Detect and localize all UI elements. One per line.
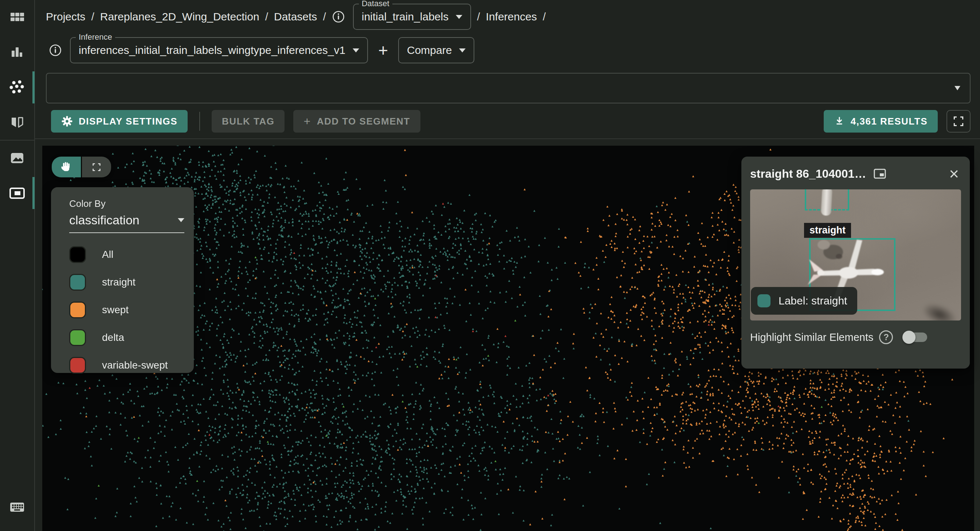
box-select-icon — [92, 162, 101, 172]
dataset-info-icon[interactable] — [332, 10, 345, 23]
query-filter-bar[interactable] — [46, 73, 970, 103]
display-settings-button[interactable]: DISPLAY SETTINGS — [51, 110, 188, 133]
label-chip: Label: straight — [751, 287, 857, 315]
breadcrumb-separator: / — [91, 11, 94, 23]
breadcrumb-projects[interactable]: Projects — [46, 11, 85, 23]
scatter-dots-icon — [9, 79, 25, 96]
breadcrumb-datasets[interactable]: Datasets — [274, 11, 317, 23]
legend-item[interactable]: delta — [69, 329, 181, 346]
color-by-label: Color By — [69, 198, 181, 210]
keyboard-icon — [9, 499, 25, 515]
legend-label: delta — [102, 332, 124, 343]
label-color-swatch — [757, 294, 770, 307]
image-icon — [9, 150, 25, 167]
detail-title: straight 86_104001… — [750, 167, 866, 181]
sidebar-item-embeddings[interactable] — [0, 70, 35, 105]
color-by-value: classification — [69, 213, 140, 227]
dataset-select-label: Dataset — [359, 0, 392, 8]
legend-swatch — [69, 329, 86, 346]
results-count-label: 4,361 RESULTS — [851, 116, 928, 127]
colorby-legend: Allstraightsweptdeltavariable-swept — [69, 246, 181, 374]
inference-row: Inference inferences_initial_train_label… — [35, 33, 980, 67]
display-settings-label: DISPLAY SETTINGS — [79, 116, 177, 127]
open-viewer-button[interactable] — [873, 168, 886, 180]
inference-select[interactable]: Inference inferences_initial_train_label… — [70, 37, 368, 64]
chevron-down-icon — [353, 48, 359, 52]
bulk-tag-button[interactable]: BULK TAG — [212, 110, 285, 133]
header-divider — [35, 138, 980, 139]
sidebar-item-apps[interactable] — [0, 0, 35, 35]
legend-item[interactable]: straight — [69, 274, 181, 291]
highlight-similar-row: Highlight Similar Elements ? — [750, 330, 961, 345]
sidebar-item-metrics[interactable] — [0, 35, 35, 70]
color-by-panel: Color By classification Allstraightswept… — [51, 187, 194, 373]
color-by-select[interactable]: classification — [69, 213, 185, 233]
actions-toolbar: DISPLAY SETTINGS BULK TAG + ADD TO SEGME… — [35, 110, 980, 133]
label-chip-text: Label: straight — [778, 295, 847, 307]
box-select-tool-button[interactable] — [82, 157, 111, 177]
breadcrumb-separator: / — [323, 11, 326, 23]
legend-label: swept — [102, 304, 129, 316]
sidebar-item-compare[interactable] — [0, 105, 35, 140]
element-detail-panel: straight 86_104001… × straight — [741, 157, 970, 369]
fullscreen-button[interactable] — [947, 110, 970, 133]
download-results-button[interactable]: 4,361 RESULTS — [824, 110, 938, 133]
help-icon[interactable]: ? — [879, 330, 893, 344]
highlight-similar-toggle[interactable] — [902, 330, 930, 345]
legend-item[interactable]: All — [69, 246, 181, 263]
legend-item[interactable]: swept — [69, 302, 181, 318]
dataset-select[interactable]: Dataset initial_train_labels — [353, 4, 471, 30]
aircraft-fuselage-partial — [821, 189, 832, 216]
plot-tool-toggle — [52, 157, 111, 177]
pan-tool-button[interactable] — [52, 157, 81, 177]
legend-swatch — [69, 246, 86, 263]
plus-icon: + — [304, 115, 311, 128]
breadcrumb-inferences[interactable]: Inferences — [486, 11, 537, 23]
add-to-segment-label: ADD TO SEGMENT — [317, 116, 410, 127]
close-icon[interactable]: × — [947, 165, 961, 182]
breadcrumb-project-name[interactable]: Rareplanes_2D_Wing_Detection — [100, 11, 259, 23]
app-window: Projects / Rareplanes_2D_Wing_Detection … — [0, 0, 980, 531]
sidebar-item-shortcuts[interactable] — [0, 490, 35, 525]
legend-swatch — [69, 302, 86, 318]
bulk-tag-label: BULK TAG — [222, 116, 274, 127]
breadcrumb: Projects / Rareplanes_2D_Wing_Detection … — [35, 0, 980, 33]
inference-select-label: Inference — [76, 32, 115, 42]
add-inference-button[interactable]: + — [376, 42, 390, 59]
legend-label: All — [102, 249, 113, 261]
download-icon — [834, 116, 845, 127]
legend-swatch — [69, 357, 86, 374]
toolbar-divider — [199, 112, 200, 131]
fullscreen-icon — [953, 116, 964, 127]
legend-label: variable-swept — [102, 359, 168, 371]
detail-header: straight 86_104001… × — [750, 165, 961, 182]
sidebar-item-gallery[interactable] — [0, 141, 35, 176]
add-to-segment-button[interactable]: + ADD TO SEGMENT — [293, 110, 420, 133]
dataset-select-value: initial_train_labels — [362, 11, 449, 23]
chevron-down-icon — [459, 48, 466, 52]
gear-icon — [61, 116, 73, 127]
legend-label: straight — [102, 277, 135, 288]
inference-select-value: inferences_initial_train_labels_wingtype… — [79, 44, 345, 56]
header: Projects / Rareplanes_2D_Wing_Detection … — [35, 0, 980, 139]
query-filter-input[interactable] — [47, 82, 970, 94]
sidebar — [0, 0, 35, 531]
compare-flip-icon — [9, 114, 25, 131]
chevron-down-icon — [456, 15, 462, 19]
compare-select[interactable]: Compare — [398, 37, 474, 64]
sidebar-item-viewer[interactable] — [0, 176, 35, 210]
breadcrumb-separator: / — [543, 11, 546, 23]
ground-shadow — [919, 299, 960, 321]
bar-chart-icon — [9, 44, 25, 61]
chevron-down-icon — [178, 218, 185, 222]
inference-info-icon[interactable] — [49, 44, 62, 57]
breadcrumb-separator: / — [477, 11, 480, 23]
picture-in-picture-icon — [9, 184, 25, 201]
hand-pan-icon — [60, 161, 73, 174]
chevron-down-icon — [955, 86, 960, 90]
breadcrumb-separator: / — [265, 11, 268, 23]
compare-select-value: Compare — [407, 44, 452, 56]
legend-item[interactable]: variable-swept — [69, 357, 181, 374]
detail-image[interactable]: straight — [750, 189, 961, 321]
apps-grid-icon — [9, 9, 25, 26]
